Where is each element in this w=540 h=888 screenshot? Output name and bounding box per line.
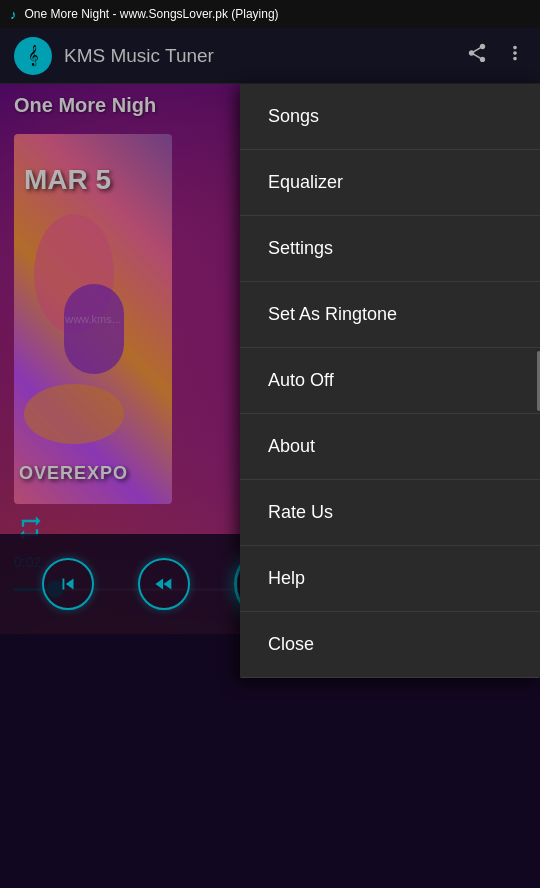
menu-item-equalizer-label: Equalizer <box>268 172 343 193</box>
menu-item-settings[interactable]: Settings <box>240 216 540 282</box>
menu-item-set-ringtone[interactable]: Set As Ringtone <box>240 282 540 348</box>
menu-item-about-label: About <box>268 436 315 457</box>
menu-item-auto-off[interactable]: Auto Off <box>240 348 540 414</box>
menu-item-about[interactable]: About <box>240 414 540 480</box>
menu-item-rateus-label: Rate Us <box>268 502 333 523</box>
menu-item-help[interactable]: Help <box>240 546 540 612</box>
menu-item-close[interactable]: Close <box>240 612 540 678</box>
menu-item-help-label: Help <box>268 568 305 589</box>
dropdown-menu: Songs Equalizer Settings Set As Ringtone… <box>240 84 540 678</box>
menu-item-songs[interactable]: Songs <box>240 84 540 150</box>
menu-item-equalizer[interactable]: Equalizer <box>240 150 540 216</box>
menu-item-autooff-label: Auto Off <box>268 370 334 391</box>
status-bar: ♪ One More Night - www.SongsLover.pk (Pl… <box>0 0 540 28</box>
status-text: One More Night - www.SongsLover.pk (Play… <box>25 7 531 21</box>
music-note-icon: ♪ <box>10 7 17 22</box>
menu-item-settings-label: Settings <box>268 238 333 259</box>
menu-item-songs-label: Songs <box>268 106 319 127</box>
menu-item-rate-us[interactable]: Rate Us <box>240 480 540 546</box>
menu-item-ringtone-label: Set As Ringtone <box>268 304 397 325</box>
menu-item-close-label: Close <box>268 634 314 655</box>
